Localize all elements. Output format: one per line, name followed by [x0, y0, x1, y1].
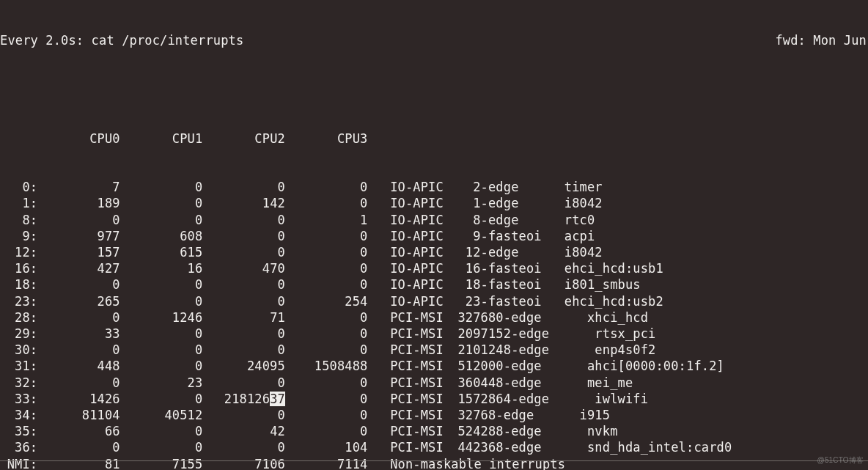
- table-row: 16:427164700 IO-APIC 16-fasteoi ehci_hcd…: [0, 260, 868, 276]
- cpu3-value: 0: [285, 391, 368, 407]
- irq-controller: IO-APIC: [390, 293, 450, 309]
- cpu2-value: 0: [202, 244, 285, 260]
- cpu2-value: 0: [202, 179, 285, 195]
- irq-controller: IO-APIC: [390, 179, 450, 195]
- cpu1-value: 615: [120, 244, 203, 260]
- table-row: 9:97760800 IO-APIC 9-fasteoi acpi: [0, 228, 868, 244]
- cpu0-value: 81: [37, 456, 120, 470]
- cpu3-value: 0: [285, 276, 368, 293]
- irq-controller: PCI-MSI: [390, 423, 450, 439]
- cpu2-value: 0: [202, 342, 285, 358]
- cpu2-value: 7106: [202, 456, 285, 470]
- irq-source: 23-fasteoi ehci_hcd:usb2: [450, 293, 663, 309]
- cpu0-value: 0: [37, 212, 120, 228]
- irq-source: 2097152-edge rtsx_pci: [450, 326, 655, 342]
- padding: [367, 276, 390, 293]
- cpu3-value: 7114: [285, 456, 368, 470]
- irq-label: 18:: [0, 276, 37, 293]
- watermark: @51CTO博客: [817, 452, 864, 469]
- cpu3-value: 1: [285, 212, 368, 228]
- cpu0-value: 66: [37, 423, 120, 439]
- irq-source: 1-edge i8042: [450, 195, 603, 211]
- cpu3-value: 0: [285, 326, 368, 342]
- cpu0-value: 81104: [37, 407, 120, 423]
- watch-timestamp: fwd: Mon Jun: [775, 32, 867, 48]
- cpu0-value: 265: [37, 293, 120, 309]
- cpu0-value: 448: [37, 358, 120, 374]
- cpu0-value: 33: [37, 326, 120, 342]
- irq-controller: PCI-MSI: [390, 326, 450, 342]
- cpu3-value: 0: [285, 423, 368, 439]
- padding: [367, 375, 390, 391]
- cpu0-value: 977: [37, 228, 120, 244]
- table-row: 32:02300 PCI-MSI 360448-edge mei_me: [0, 375, 868, 391]
- cpu1-value: 0: [120, 195, 203, 211]
- irq-label: 1:: [0, 195, 37, 211]
- padding: [367, 342, 390, 358]
- irq-label: 32:: [0, 375, 37, 391]
- irq-label: 35:: [0, 423, 37, 439]
- table-row: 18:0000 IO-APIC 18-fasteoi i801_smbus: [0, 276, 868, 293]
- cpu2-value: 0: [202, 293, 285, 309]
- cpu1-value: 0: [120, 342, 203, 358]
- irq-source: 2101248-edge enp4s0f2: [450, 342, 655, 358]
- irq-label: 33:: [0, 391, 37, 407]
- cpu1-value: 1246: [120, 309, 203, 326]
- irq-source: 327680-edge xhci_hcd: [450, 309, 648, 326]
- irq-source: 9-fasteoi acpi: [450, 228, 595, 244]
- table-row: NMI:81715571067114 Non-maskable interrup…: [0, 456, 868, 470]
- irq-source: 2-edge timer: [450, 179, 603, 195]
- table-row: 31:4480240951508488 PCI-MSI 512000-edge …: [0, 358, 868, 374]
- cpu0-value: 0: [37, 309, 120, 326]
- irq-description: Non-maskable interrupts: [390, 456, 565, 470]
- cpu0-value: 7: [37, 179, 120, 195]
- cpu3-value: 0: [285, 228, 368, 244]
- cpu1-value: 0: [120, 439, 203, 455]
- padding: [367, 358, 390, 374]
- divider: [0, 460, 868, 461]
- cpu1-value: 0: [120, 276, 203, 293]
- cpu1-value: 0: [120, 212, 203, 228]
- irq-controller: IO-APIC: [390, 195, 450, 211]
- cpu1-value: 40512: [120, 407, 203, 423]
- irq-label: 23:: [0, 293, 37, 309]
- cpu2-value: 0: [202, 407, 285, 423]
- irq-source: 512000-edge ahci[0000:00:1f.2]: [450, 358, 724, 374]
- irq-controller: IO-APIC: [390, 244, 450, 260]
- header-irq-blank: [0, 131, 37, 147]
- irq-controller: IO-APIC: [390, 212, 450, 228]
- irq-controller: IO-APIC: [390, 228, 450, 244]
- cpu0-value: 157: [37, 244, 120, 260]
- cpu1-value: 7155: [120, 456, 203, 470]
- cpu3-value: 0: [285, 244, 368, 260]
- irq-controller: PCI-MSI: [390, 407, 450, 423]
- cpu2-value: 42: [202, 423, 285, 439]
- cpu3-value: 0: [285, 260, 368, 276]
- cpu2-value: 142: [202, 195, 285, 211]
- header-cpu3: CPU3: [285, 131, 368, 147]
- irq-label: 30:: [0, 342, 37, 358]
- cpu1-value: 0: [120, 293, 203, 309]
- cpu3-value: 0: [285, 309, 368, 326]
- cpu3-value: 0: [285, 195, 368, 211]
- padding: [367, 423, 390, 439]
- cpu3-value: 254: [285, 293, 368, 309]
- cpu3-value: 1508488: [285, 358, 368, 374]
- cpu1-value: 16: [120, 260, 203, 276]
- cpu3-value: 0: [285, 375, 368, 391]
- header-cpu1: CPU1: [120, 131, 203, 147]
- table-row: 12:15761500 IO-APIC 12-edge i8042: [0, 244, 868, 260]
- irq-controller: PCI-MSI: [390, 358, 450, 374]
- padding: [367, 244, 390, 260]
- cpu0-value: 0: [37, 439, 120, 455]
- irq-label: 28:: [0, 309, 37, 326]
- irq-label: 9:: [0, 228, 37, 244]
- table-row: 30:0000 PCI-MSI 2101248-edge enp4s0f2: [0, 342, 868, 358]
- header-cpu2: CPU2: [202, 131, 285, 147]
- irq-source: 360448-edge mei_me: [450, 375, 633, 391]
- padding: [367, 179, 390, 195]
- cpu2-value: 0: [202, 228, 285, 244]
- padding: [367, 260, 390, 276]
- cpu2-value: 21812637: [202, 391, 285, 407]
- padding: [367, 439, 390, 455]
